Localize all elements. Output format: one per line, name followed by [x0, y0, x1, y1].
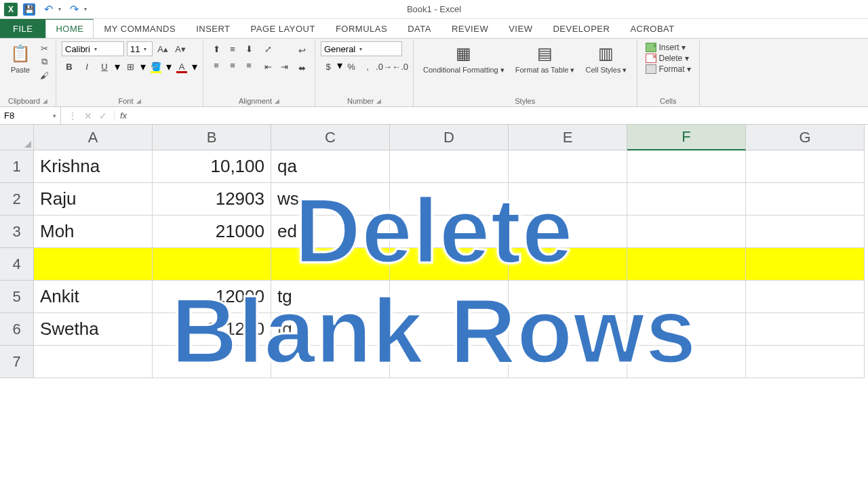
- underline-dropdown-icon[interactable]: ▾: [115, 60, 120, 73]
- select-all-corner[interactable]: [0, 125, 34, 150]
- decrease-indent-icon[interactable]: ⇤: [260, 59, 275, 74]
- cell[interactable]: 12903: [153, 183, 271, 216]
- cell[interactable]: [627, 183, 746, 216]
- tab-data[interactable]: DATA: [397, 19, 441, 38]
- font-size-combo[interactable]: 11▾: [127, 41, 153, 56]
- tab-developer[interactable]: DEVELOPER: [542, 19, 620, 38]
- cell[interactable]: [390, 281, 509, 313]
- cell[interactable]: [509, 183, 627, 216]
- decrease-decimal-icon[interactable]: ←.0: [393, 59, 408, 74]
- cell[interactable]: [390, 183, 509, 216]
- cancel-formula-icon[interactable]: ✕: [84, 110, 92, 121]
- row-header[interactable]: 4: [0, 248, 34, 281]
- orientation-icon[interactable]: ⤢: [260, 41, 275, 56]
- tab-acrobat[interactable]: ACROBAT: [620, 19, 684, 38]
- borders-dropdown-icon[interactable]: ▾: [140, 60, 146, 73]
- cell[interactable]: tg: [271, 281, 390, 313]
- align-bottom-icon[interactable]: ⬇: [241, 41, 256, 56]
- font-launcher-icon[interactable]: ◢: [136, 98, 141, 104]
- clipboard-launcher-icon[interactable]: ◢: [43, 98, 47, 104]
- column-header[interactable]: A: [34, 125, 153, 150]
- comma-icon[interactable]: ,: [360, 59, 375, 74]
- row-header[interactable]: 1: [0, 150, 34, 183]
- cell[interactable]: ed: [271, 216, 390, 248]
- fill-color-dropdown-icon[interactable]: ▾: [166, 60, 172, 73]
- align-right-icon[interactable]: ≡: [241, 58, 256, 73]
- increase-decimal-icon[interactable]: .0→: [376, 59, 391, 74]
- cell[interactable]: [746, 216, 865, 248]
- cell[interactable]: [627, 313, 746, 346]
- format-as-table-button[interactable]: ▤ Format as Table ▾: [511, 41, 579, 75]
- number-launcher-icon[interactable]: ◢: [376, 98, 381, 104]
- cell[interactable]: Krishna: [34, 150, 153, 183]
- number-format-combo[interactable]: General▾: [321, 41, 402, 56]
- cell[interactable]: 21000: [153, 216, 271, 248]
- font-color-dropdown-icon[interactable]: ▾: [192, 60, 197, 73]
- tab-page-layout[interactable]: PAGE LAYOUT: [241, 19, 326, 38]
- column-header[interactable]: G: [746, 125, 865, 150]
- cell[interactable]: [746, 248, 865, 281]
- enter-formula-icon[interactable]: ✓: [99, 110, 107, 121]
- column-header[interactable]: B: [153, 125, 271, 150]
- row-header[interactable]: 2: [0, 183, 34, 216]
- cell[interactable]: [627, 248, 746, 281]
- undo-icon[interactable]: ↶: [41, 3, 56, 16]
- cell[interactable]: [746, 150, 865, 183]
- cell[interactable]: [509, 216, 627, 248]
- cell[interactable]: [746, 183, 865, 216]
- cell[interactable]: [271, 248, 390, 281]
- tab-file[interactable]: FILE: [0, 19, 45, 38]
- row-header[interactable]: 5: [0, 281, 34, 313]
- wrap-text-icon[interactable]: ↩: [294, 43, 309, 58]
- cell[interactable]: Ankit: [34, 281, 153, 313]
- cell[interactable]: [390, 313, 509, 346]
- cell[interactable]: [509, 281, 627, 313]
- row-header[interactable]: 3: [0, 216, 34, 248]
- cell[interactable]: [746, 346, 865, 378]
- tab-home[interactable]: HOME: [45, 19, 94, 38]
- cell[interactable]: [390, 248, 509, 281]
- cell[interactable]: [34, 248, 153, 281]
- delete-cells-button[interactable]: Delete ▾: [646, 54, 691, 63]
- percent-icon[interactable]: %: [344, 59, 359, 74]
- cell[interactable]: [509, 248, 627, 281]
- column-header[interactable]: D: [390, 125, 509, 150]
- tab-insert[interactable]: INSERT: [186, 19, 240, 38]
- cell[interactable]: 111200: [153, 313, 271, 346]
- cell[interactable]: qa: [271, 150, 390, 183]
- tab-review[interactable]: REVIEW: [441, 19, 498, 38]
- cell[interactable]: ws: [271, 183, 390, 216]
- name-box[interactable]: F8▾: [0, 107, 61, 124]
- cell[interactable]: [509, 313, 627, 346]
- increase-indent-icon[interactable]: ⇥: [277, 59, 292, 74]
- cell[interactable]: [153, 346, 271, 378]
- align-left-icon[interactable]: ≡: [209, 58, 224, 73]
- cell[interactable]: [271, 346, 390, 378]
- decrease-font-icon[interactable]: A▾: [173, 41, 188, 56]
- cell[interactable]: [153, 248, 271, 281]
- cell[interactable]: Moh: [34, 216, 153, 248]
- cell-styles-button[interactable]: ▥ Cell Styles ▾: [581, 41, 631, 75]
- cell[interactable]: 12000: [153, 281, 271, 313]
- cell[interactable]: [509, 346, 627, 378]
- accounting-dropdown-icon[interactable]: ▾: [337, 59, 342, 74]
- format-cells-button[interactable]: Format ▾: [646, 64, 691, 74]
- column-header[interactable]: C: [271, 125, 390, 150]
- tab-view[interactable]: VIEW: [498, 19, 542, 38]
- merge-center-icon[interactable]: ⬌: [294, 60, 309, 75]
- underline-button[interactable]: U: [97, 59, 112, 74]
- italic-button[interactable]: I: [79, 59, 94, 74]
- cell[interactable]: [627, 216, 746, 248]
- redo-dropdown-icon[interactable]: ▾: [84, 6, 87, 12]
- tab-my-commands[interactable]: MY COMMANDS: [94, 19, 186, 38]
- paste-button[interactable]: 📋 Paste: [5, 41, 35, 82]
- bold-button[interactable]: B: [62, 59, 77, 74]
- tab-formulas[interactable]: FORMULAS: [326, 19, 397, 38]
- cell[interactable]: [509, 150, 627, 183]
- format-painter-icon[interactable]: 🖌: [38, 70, 50, 81]
- cell[interactable]: tg: [271, 313, 390, 346]
- cell[interactable]: [627, 281, 746, 313]
- alignment-launcher-icon[interactable]: ◢: [275, 98, 279, 104]
- font-name-combo[interactable]: Calibri▾: [62, 41, 124, 56]
- row-header[interactable]: 7: [0, 346, 34, 378]
